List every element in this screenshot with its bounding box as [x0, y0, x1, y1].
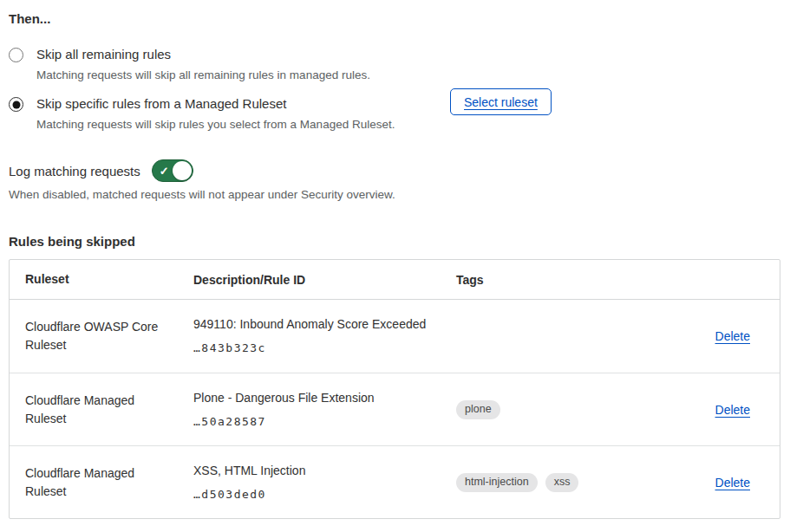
delete-link[interactable]: Delete [715, 403, 750, 417]
tags-list: plone [456, 400, 676, 419]
actions-cell: Delete [676, 402, 780, 418]
rule-id: …50a28587 [193, 413, 439, 431]
page-root: Then... Skip all remaining rules Matchin… [0, 0, 790, 532]
option-skip-specific-label[interactable]: Skip specific rules from a Managed Rules… [36, 94, 395, 113]
rule-id: …d503ded0 [193, 486, 439, 503]
actions-cell: Delete [676, 328, 780, 344]
then-heading: Then... [9, 11, 781, 26]
table-row: Cloudflare Managed Ruleset XSS, HTML Inj… [10, 445, 780, 518]
rule-description-cell: XSS, HTML Injection …d503ded0 [193, 462, 456, 503]
log-matching-description: When disabled, matched requests will not… [9, 188, 781, 201]
table-row: Cloudflare Managed Ruleset Plone - Dange… [10, 373, 780, 445]
select-ruleset-button[interactable]: Select ruleset [450, 88, 552, 115]
table-row: Cloudflare OWASP Core Ruleset 949110: In… [10, 300, 780, 373]
ruleset-name: Cloudflare OWASP Core Ruleset [10, 318, 193, 354]
delete-link[interactable]: Delete [715, 476, 750, 490]
table-header-row: Ruleset Description/Rule ID Tags [10, 260, 780, 300]
column-header-description: Description/Rule ID [193, 271, 456, 289]
toggle-knob [173, 161, 192, 180]
option-skip-all: Skip all remaining rules Matching reques… [9, 45, 781, 83]
column-header-ruleset: Ruleset [10, 270, 193, 289]
ruleset-name: Cloudflare Managed Ruleset [10, 464, 193, 501]
tag-badge: html-injection [456, 473, 538, 492]
option-skip-specific: Skip specific rules from a Managed Rules… [9, 94, 781, 133]
rule-description: Plone - Dangerous File Extension [193, 389, 439, 406]
checkmark-icon: ✓ [160, 165, 169, 177]
radio-skip-all[interactable] [9, 48, 23, 62]
option-text: Skip specific rules from a Managed Rules… [36, 94, 395, 133]
delete-link[interactable]: Delete [715, 329, 750, 343]
radio-skip-specific[interactable] [9, 97, 23, 112]
tags-cell: plone [456, 400, 676, 419]
rule-description-cell: 949110: Inbound Anomaly Score Exceeded …… [193, 315, 456, 357]
tag-badge: xss [545, 473, 579, 492]
rules-skipped-table: Ruleset Description/Rule ID Tags Cloudfl… [9, 259, 780, 519]
option-skip-all-label[interactable]: Skip all remaining rules [36, 45, 370, 63]
rule-description-cell: Plone - Dangerous File Extension …50a285… [193, 389, 456, 431]
rule-id: …843b323c [193, 340, 439, 357]
ruleset-name: Cloudflare Managed Ruleset [10, 392, 193, 428]
rule-description: 949110: Inbound Anomaly Score Exceeded [193, 315, 439, 333]
rule-description: XSS, HTML Injection [193, 462, 439, 479]
rules-skipped-heading: Rules being skipped [9, 234, 781, 249]
column-header-tags: Tags [456, 273, 676, 287]
tags-cell: html-injection xss [456, 473, 676, 492]
log-matching-label: Log matching requests [9, 164, 140, 178]
option-text: Skip all remaining rules Matching reques… [36, 45, 370, 83]
log-matching-row: Log matching requests ✓ [9, 159, 781, 182]
tag-badge: plone [456, 400, 500, 419]
actions-cell: Delete [676, 475, 780, 490]
option-skip-specific-description: Matching requests will skip rules you se… [36, 116, 395, 133]
tags-list: html-injection xss [456, 473, 676, 492]
option-skip-all-description: Matching requests will skip all remainin… [36, 67, 370, 83]
log-matching-toggle[interactable]: ✓ [152, 159, 193, 182]
